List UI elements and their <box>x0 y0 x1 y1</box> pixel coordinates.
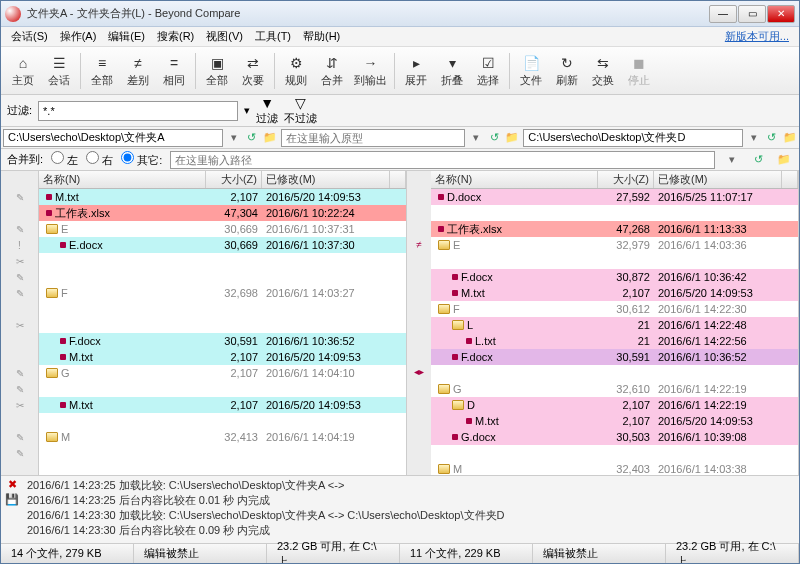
table-row[interactable]: G2,1072016/6/1 14:04:10 <box>39 365 406 381</box>
menu-action[interactable]: 操作(A) <box>54 27 103 46</box>
tool-差别[interactable]: ≠差别 <box>120 49 156 93</box>
table-row[interactable] <box>39 253 406 269</box>
folder-icon <box>46 288 58 298</box>
table-row[interactable] <box>39 301 406 317</box>
table-row[interactable]: D2,1072016/6/1 14:22:19 <box>431 397 798 413</box>
col-name[interactable]: 名称(N) <box>39 171 206 188</box>
filter-input[interactable] <box>38 101 238 121</box>
table-row[interactable]: L.txt212016/6/1 14:22:56 <box>431 333 798 349</box>
file-size: 2,107 <box>598 287 654 299</box>
tool-到输出[interactable]: →到输出 <box>350 49 391 93</box>
merge-browse-icon[interactable]: 📁 <box>775 151 793 169</box>
center-path-dropdown-icon[interactable]: ▾ <box>467 129 485 147</box>
filter-dropdown-icon[interactable]: ▾ <box>244 104 250 117</box>
file-size: 2,107 <box>206 367 262 379</box>
update-link[interactable]: 新版本可用... <box>719 27 795 46</box>
merge-history-icon[interactable]: ↺ <box>749 151 767 169</box>
left-path-input[interactable] <box>3 129 223 147</box>
menu-tools[interactable]: 工具(T) <box>249 27 297 46</box>
table-row[interactable]: G32,6102016/6/1 14:22:19 <box>431 381 798 397</box>
menu-session[interactable]: 会话(S) <box>5 27 54 46</box>
tool-刷新[interactable]: ↻刷新 <box>549 49 585 93</box>
tool-选择[interactable]: ☑选择 <box>470 49 506 93</box>
col-size[interactable]: 大小(Z) <box>598 171 654 188</box>
menu-view[interactable]: 视图(V) <box>200 27 249 46</box>
merge-right-radio[interactable]: 右 <box>86 151 113 168</box>
tool-次要[interactable]: ⇄次要 <box>235 49 271 93</box>
table-row[interactable]: F.docx30,5912016/6/1 10:36:52 <box>431 349 798 365</box>
right-history-icon[interactable]: ↺ <box>763 129 781 147</box>
titlebar: 文件夹A - 文件夹合并(L) - Beyond Compare — ▭ ✕ <box>1 1 799 27</box>
left-browse-icon[interactable]: 📁 <box>261 129 279 147</box>
table-row[interactable]: M.txt2,1072016/5/20 14:09:53 <box>39 189 406 205</box>
right-browse-icon[interactable]: 📁 <box>781 129 799 147</box>
log-save-icon[interactable]: 💾 <box>5 493 19 506</box>
merge-dropdown-icon[interactable]: ▾ <box>723 151 741 169</box>
table-row[interactable]: E.docx30,6692016/6/1 10:37:30 <box>39 237 406 253</box>
filter-clear-button[interactable]: ▽不过滤 <box>284 95 317 126</box>
menu-search[interactable]: 搜索(R) <box>151 27 200 46</box>
tool-展开[interactable]: ▸展开 <box>398 49 434 93</box>
tool-折叠[interactable]: ▾折叠 <box>434 49 470 93</box>
menu-help[interactable]: 帮助(H) <box>297 27 346 46</box>
table-row[interactable] <box>431 253 798 269</box>
menu-edit[interactable]: 编辑(E) <box>102 27 151 46</box>
tool-全部[interactable]: ≡全部 <box>84 49 120 93</box>
center-browse-icon[interactable]: 📁 <box>503 129 521 147</box>
merge-other-radio[interactable]: 其它: <box>121 151 162 168</box>
table-row[interactable] <box>431 205 798 221</box>
table-row[interactable]: 工作表.xlsx47,2682016/6/1 11:13:33 <box>431 221 798 237</box>
tool-文件[interactable]: 📄文件 <box>513 49 549 93</box>
merge-left-radio[interactable]: 左 <box>51 151 78 168</box>
file-date: 2016/6/1 14:04:19 <box>262 431 390 443</box>
filter-apply-button[interactable]: ▼过滤 <box>256 95 278 126</box>
table-row[interactable]: G.docx30,5032016/6/1 10:39:08 <box>431 429 798 445</box>
right-path-input[interactable] <box>523 129 743 147</box>
right-rows[interactable]: D.docx27,5922016/5/25 11:07:17工作表.xlsx47… <box>431 189 798 475</box>
table-row[interactable] <box>39 317 406 333</box>
table-row[interactable]: M.txt2,1072016/5/20 14:09:53 <box>431 413 798 429</box>
table-row[interactable] <box>431 445 798 461</box>
center-history-icon[interactable]: ↺ <box>485 129 503 147</box>
col-modified[interactable]: 已修改(M) <box>262 171 390 188</box>
table-row[interactable] <box>39 269 406 285</box>
col-modified[interactable]: 已修改(M) <box>654 171 782 188</box>
tool-合并[interactable]: ⇵合并 <box>314 49 350 93</box>
left-rows[interactable]: M.txt2,1072016/5/20 14:09:53工作表.xlsx47,3… <box>39 189 406 475</box>
tool-会话[interactable]: ☰会话 <box>41 49 77 93</box>
col-size[interactable]: 大小(Z) <box>206 171 262 188</box>
close-button[interactable]: ✕ <box>767 5 795 23</box>
tool-全部[interactable]: ▣全部 <box>199 49 235 93</box>
table-row[interactable]: F.docx30,8722016/6/1 10:36:42 <box>431 269 798 285</box>
table-row[interactable]: M32,4032016/6/1 14:03:38 <box>431 461 798 475</box>
table-row[interactable] <box>39 381 406 397</box>
table-row[interactable]: 工作表.xlsx47,3042016/6/1 10:22:24 <box>39 205 406 221</box>
folder-icon <box>438 384 450 394</box>
table-row[interactable]: E32,9792016/6/1 14:03:36 <box>431 237 798 253</box>
left-path-dropdown-icon[interactable]: ▾ <box>225 129 243 147</box>
tool-主页[interactable]: ⌂主页 <box>5 49 41 93</box>
table-row[interactable]: F32,6982016/6/1 14:03:27 <box>39 285 406 301</box>
table-row[interactable]: L212016/6/1 14:22:48 <box>431 317 798 333</box>
table-row[interactable]: M32,4132016/6/1 14:04:19 <box>39 429 406 445</box>
maximize-button[interactable]: ▭ <box>738 5 766 23</box>
merge-path-input[interactable] <box>170 151 715 169</box>
table-row[interactable] <box>431 365 798 381</box>
table-row[interactable]: F.docx30,5912016/6/1 10:36:52 <box>39 333 406 349</box>
table-row[interactable] <box>39 413 406 429</box>
center-path-input[interactable] <box>281 129 466 147</box>
log-clear-icon[interactable]: ✖ <box>8 478 17 491</box>
table-row[interactable]: E30,6692016/6/1 10:37:31 <box>39 221 406 237</box>
tool-交换[interactable]: ⇆交换 <box>585 49 621 93</box>
table-row[interactable]: M.txt2,1072016/5/20 14:09:53 <box>431 285 798 301</box>
col-name[interactable]: 名称(N) <box>431 171 598 188</box>
minimize-button[interactable]: — <box>709 5 737 23</box>
left-history-icon[interactable]: ↺ <box>243 129 261 147</box>
tool-相同[interactable]: =相同 <box>156 49 192 93</box>
table-row[interactable]: M.txt2,1072016/5/20 14:09:53 <box>39 349 406 365</box>
tool-规则[interactable]: ⚙规则 <box>278 49 314 93</box>
table-row[interactable]: F30,6122016/6/1 14:22:30 <box>431 301 798 317</box>
table-row[interactable]: D.docx27,5922016/5/25 11:07:17 <box>431 189 798 205</box>
right-path-dropdown-icon[interactable]: ▾ <box>745 129 763 147</box>
table-row[interactable]: M.txt2,1072016/5/20 14:09:53 <box>39 397 406 413</box>
